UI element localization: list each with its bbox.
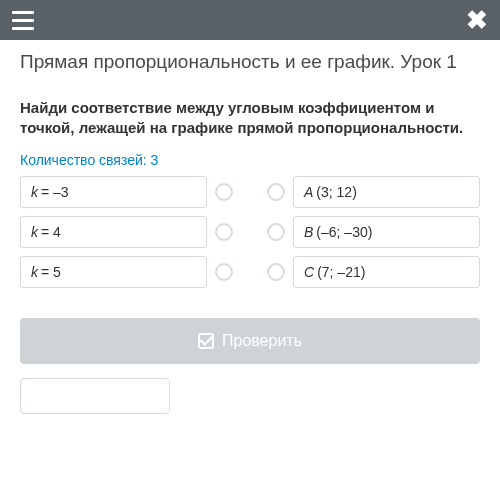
left-option[interactable]: k = 5 xyxy=(20,256,207,288)
close-button[interactable]: ✖ xyxy=(460,3,494,37)
right-option[interactable]: A (3; 12) xyxy=(293,176,480,208)
coords-label: (7; –21) xyxy=(317,264,365,280)
var-label: k xyxy=(31,184,38,200)
point-label: A xyxy=(304,184,313,200)
point-label: C xyxy=(304,264,314,280)
var-label: k xyxy=(31,264,38,280)
instruction-text: Найди соответствие между угловым коэффиц… xyxy=(20,98,480,139)
check-button[interactable]: Проверить xyxy=(20,318,480,364)
connector-left[interactable] xyxy=(215,223,233,241)
page-title: Прямая пропорциональность и ее график. У… xyxy=(20,50,480,74)
close-icon: ✖ xyxy=(466,7,488,33)
secondary-button[interactable] xyxy=(20,378,170,414)
match-row: k = 5 C (7; –21) xyxy=(20,256,480,288)
right-option[interactable]: C (7; –21) xyxy=(293,256,480,288)
content-area: Прямая пропорциональность и ее график. У… xyxy=(0,40,500,414)
left-option[interactable]: k = –3 xyxy=(20,176,207,208)
match-row: k = 4 B (–6; –30) xyxy=(20,216,480,248)
point-label: B xyxy=(304,224,313,240)
connector-right[interactable] xyxy=(267,263,285,281)
match-row: k = –3 A (3; 12) xyxy=(20,176,480,208)
right-option[interactable]: B (–6; –30) xyxy=(293,216,480,248)
top-bar: ✖ xyxy=(0,0,500,40)
menu-button[interactable] xyxy=(6,3,40,37)
check-icon xyxy=(198,333,214,349)
connector-left[interactable] xyxy=(215,263,233,281)
links-count: Количество связей: 3 xyxy=(20,152,480,168)
connector-left[interactable] xyxy=(215,183,233,201)
secondary-row xyxy=(20,378,480,414)
eq-label: = –3 xyxy=(41,184,69,200)
coords-label: (–6; –30) xyxy=(316,224,372,240)
connector-right[interactable] xyxy=(267,183,285,201)
connector-right[interactable] xyxy=(267,223,285,241)
coords-label: (3; 12) xyxy=(316,184,356,200)
left-option[interactable]: k = 4 xyxy=(20,216,207,248)
check-label: Проверить xyxy=(222,332,302,350)
eq-label: = 4 xyxy=(41,224,61,240)
hamburger-icon xyxy=(12,11,34,30)
var-label: k xyxy=(31,224,38,240)
eq-label: = 5 xyxy=(41,264,61,280)
